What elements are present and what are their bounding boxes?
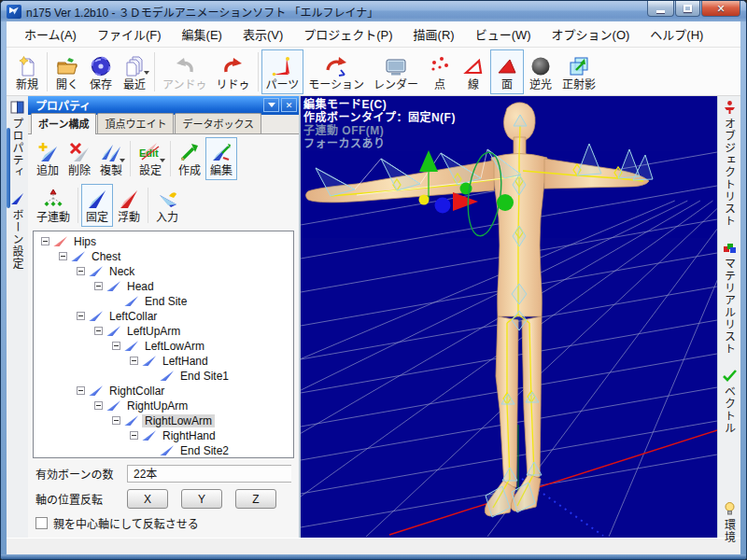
menu-item-edit[interactable]: 編集(E)	[172, 21, 233, 47]
tree-expand-toggle[interactable]	[41, 237, 49, 245]
tree-expand-toggle[interactable]	[112, 342, 120, 350]
bone-hierarchy-tree[interactable]: HipsChestNeckHeadEnd SiteLeftCollarLeftU…	[33, 231, 294, 458]
undo-button[interactable]: アンドゥ	[158, 49, 212, 94]
backlight-button[interactable]: 逆光	[524, 49, 557, 94]
menu-item-options[interactable]: オプション(O)	[542, 21, 641, 47]
new-button[interactable]: 新規	[10, 49, 44, 94]
tree-row-rightcollar[interactable]: RightCollar	[35, 384, 293, 399]
tree-expand-toggle[interactable]	[94, 327, 103, 335]
tree-row-neck[interactable]: Neck	[35, 264, 293, 279]
motion-button[interactable]: モーション	[303, 49, 369, 94]
tab-vertex-weight[interactable]: 頂点ウエイト	[97, 113, 174, 133]
sidebar-tab-environment[interactable]: 環境	[722, 501, 738, 543]
bone-toolbar-row1: 追加削除複製Edit設定作成編集	[28, 134, 299, 181]
tree-row-lefthand[interactable]: LeftHand	[35, 354, 293, 369]
menu-item-view[interactable]: 表示(V)	[233, 21, 293, 47]
minimize-button[interactable]	[647, 1, 674, 17]
menu-item-home[interactable]: ホーム(A)	[14, 21, 87, 47]
tree-row-leftlowarm[interactable]: LeftLowArm	[35, 339, 293, 354]
tree-expand-toggle[interactable]	[77, 312, 85, 320]
settings-button[interactable]: Edit設定	[134, 137, 167, 180]
settings-label: 設定	[139, 165, 162, 177]
green-handle-large[interactable]	[497, 194, 514, 211]
ortho-button[interactable]: 正射影	[557, 49, 600, 94]
tree-expand-toggle[interactable]	[94, 401, 103, 410]
delete-button[interactable]: 削除	[63, 137, 95, 180]
axis-x-button[interactable]: X	[127, 489, 168, 509]
bone-icon	[142, 430, 156, 441]
tree-expand-toggle[interactable]	[130, 431, 138, 440]
maximize-button[interactable]	[675, 1, 700, 17]
tree-row-chest[interactable]: Chest	[35, 249, 293, 264]
sidebar-tab-vector[interactable]: ベクトル	[722, 368, 738, 434]
axis-z-button[interactable]: Z	[235, 489, 276, 509]
toolbar-separator	[78, 188, 78, 223]
yellow-handle[interactable]	[419, 195, 430, 205]
fixed-label: 固定	[86, 212, 108, 224]
add-button[interactable]: 追加	[32, 137, 63, 180]
tree-expand-toggle[interactable]	[130, 357, 138, 365]
recent-button[interactable]: 最近	[118, 49, 151, 94]
tab-bone-structure[interactable]: ボーン構成	[31, 113, 96, 134]
tree-expand-toggle[interactable]	[59, 252, 67, 260]
tree-row-end-site2[interactable]: End Site2	[35, 443, 293, 458]
bone-count-value: 22本	[127, 465, 291, 483]
close-button[interactable]: ✕	[701, 1, 740, 17]
undo-icon	[173, 54, 197, 78]
tree-expand-toggle[interactable]	[77, 386, 85, 395]
minimize-icon	[656, 10, 665, 13]
save-button[interactable]: 保存	[84, 49, 118, 94]
menu-item-project[interactable]: プロジェクト(P)	[293, 21, 402, 47]
sidebar-tab-bone-settings[interactable]: ボーン設定	[9, 191, 25, 270]
panel-header: プロパティ ✕	[28, 96, 299, 115]
panel-collapse-button[interactable]	[263, 98, 279, 112]
left-tab-strip: プロパティボーン設定	[7, 96, 28, 538]
edit-button[interactable]: 編集	[205, 137, 237, 180]
3d-viewport[interactable]: 編集モードE(C) 作成ボーンタイプ：固定N(F) 子連動 OFF(M) フォー…	[301, 96, 717, 538]
title-bar[interactable]: n175 Ver 1.2b10 - ３Ｄモデルアニメーションソフト 「エルフレイ…	[1, 1, 746, 21]
parts-button[interactable]: パーツ	[261, 49, 304, 94]
tree-expand-toggle[interactable]	[77, 267, 85, 275]
tree-row-end-site1[interactable]: End Site1	[35, 369, 293, 384]
axis-y-button[interactable]: Y	[181, 489, 222, 509]
tree-expand-toggle[interactable]	[94, 282, 103, 290]
render-button[interactable]: レンダー	[369, 49, 423, 94]
tree-row-end-site[interactable]: End Site	[35, 294, 293, 309]
panel-close-button[interactable]: ✕	[281, 98, 297, 112]
sidebar-tab-object-list[interactable]: オブジェクトリスト	[722, 100, 738, 227]
flip-around-parent-checkbox[interactable]	[35, 517, 48, 529]
menu-item-draw[interactable]: 描画(R)	[403, 21, 465, 47]
dropdown-arrow-icon[interactable]	[160, 159, 165, 162]
input-button[interactable]: 入力	[151, 184, 183, 227]
tree-row-leftuparm[interactable]: LeftUpArm	[35, 324, 293, 339]
bone-type-text: 作成ボーンタイプ：固定N(F)	[303, 111, 456, 124]
points-button[interactable]: 点	[423, 49, 457, 94]
menu-item-viewmenu[interactable]: ビュー(W)	[465, 21, 542, 47]
redo-button[interactable]: リドゥ	[212, 49, 255, 94]
tree-row-righthand[interactable]: RightHand	[35, 428, 293, 443]
menu-item-file[interactable]: ファイル(F)	[87, 21, 172, 47]
tab-data-box[interactable]: データボックス	[175, 113, 261, 133]
faces-button[interactable]: 面	[490, 49, 524, 94]
sidebar-tab-properties[interactable]: プロパティ	[9, 100, 25, 178]
dropdown-arrow-icon[interactable]	[120, 159, 125, 162]
bone-delete-icon	[68, 140, 91, 164]
open-button[interactable]: 開く	[50, 49, 84, 94]
dropdown-arrow-icon[interactable]	[144, 71, 149, 75]
tree-row-head[interactable]: Head	[35, 279, 293, 294]
lines-button[interactable]: 線	[457, 49, 490, 94]
tree-row-leftcollar[interactable]: LeftCollar	[35, 309, 293, 324]
fixed-button[interactable]: 固定	[81, 184, 113, 227]
menu-item-help[interactable]: ヘルプ(H)	[640, 21, 713, 47]
bone-count-label: 有効ボーンの数	[35, 466, 127, 482]
blue-handle[interactable]	[435, 198, 451, 214]
create-button[interactable]: 作成	[174, 137, 205, 180]
child-link-button[interactable]: 子連動	[32, 184, 75, 227]
tree-row-rightlowarm[interactable]: RightLowArm	[35, 413, 293, 428]
tree-row-rightuparm[interactable]: RightUpArm	[35, 399, 293, 413]
tree-row-hips[interactable]: Hips	[35, 234, 293, 249]
tree-expand-toggle[interactable]	[112, 416, 120, 425]
duplicate-button[interactable]: 複製	[95, 137, 127, 180]
sidebar-tab-material-list[interactable]: マテリアルリスト	[722, 240, 738, 355]
float-button[interactable]: 浮動	[113, 184, 145, 227]
